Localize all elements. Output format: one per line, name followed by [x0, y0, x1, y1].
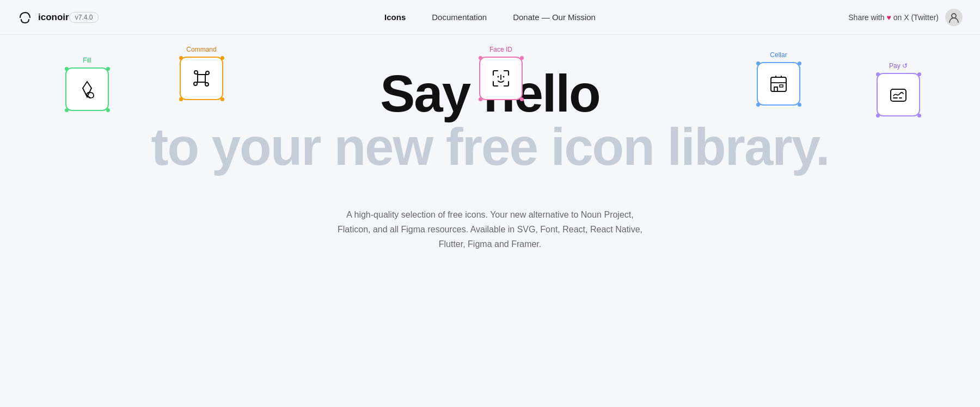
hero-section: Fill Command Face ID [0, 35, 980, 295]
command-floating-icon: Command [180, 46, 223, 100]
fill-svg [75, 77, 99, 101]
svg-point-0 [952, 14, 956, 18]
heart-icon: ♥ [886, 13, 891, 22]
command-icon-box [180, 57, 223, 100]
fill-icon-box [65, 67, 109, 111]
pay-floating-icon: Pay ↺ [877, 62, 920, 116]
logo-text: iconoir [38, 12, 69, 23]
faceid-floating-icon: Face ID [479, 46, 523, 100]
svg-rect-5 [771, 77, 786, 91]
nav-icons-link[interactable]: Icons [384, 13, 406, 22]
avatar-icon [948, 11, 960, 23]
nav-links: Icons Documentation Donate — Our Mission [384, 13, 596, 22]
svg-point-2 [498, 76, 499, 78]
cellar-icon-label: Cellar [770, 51, 787, 59]
logo-link[interactable]: iconoir [17, 10, 69, 25]
nav-right: Share with ♥ on X (Twitter) [848, 9, 963, 26]
hero-subheadline: to your new free icon library. [0, 120, 980, 175]
cellar-floating-icon: Cellar [757, 51, 800, 106]
faceid-icon-box [479, 57, 523, 100]
hero-description: A high-quality selection of free icons. … [338, 207, 642, 252]
faceid-svg [489, 66, 513, 90]
navbar: iconoir v7.4.0 Icons Documentation Donat… [0, 0, 980, 35]
fill-icon-label: Fill [83, 57, 91, 64]
pay-icon-box [877, 73, 920, 116]
command-svg [189, 66, 213, 90]
version-badge: v7.4.0 [69, 12, 99, 23]
fill-floating-icon: Fill [65, 57, 109, 111]
command-icon-label: Command [186, 46, 216, 53]
pay-svg [886, 83, 910, 107]
nav-documentation-link[interactable]: Documentation [432, 13, 487, 22]
faceid-icon-label: Face ID [489, 46, 512, 53]
share-text: Share with ♥ on X (Twitter) [848, 13, 939, 22]
cellar-icon-box [757, 62, 800, 106]
cellar-svg [767, 72, 791, 96]
nav-donate-link[interactable]: Donate — Our Mission [513, 13, 596, 22]
svg-point-3 [503, 76, 505, 78]
pay-icon-label: Pay ↺ [889, 62, 908, 70]
iconoir-logo-icon [17, 10, 33, 25]
user-avatar[interactable] [945, 9, 963, 26]
